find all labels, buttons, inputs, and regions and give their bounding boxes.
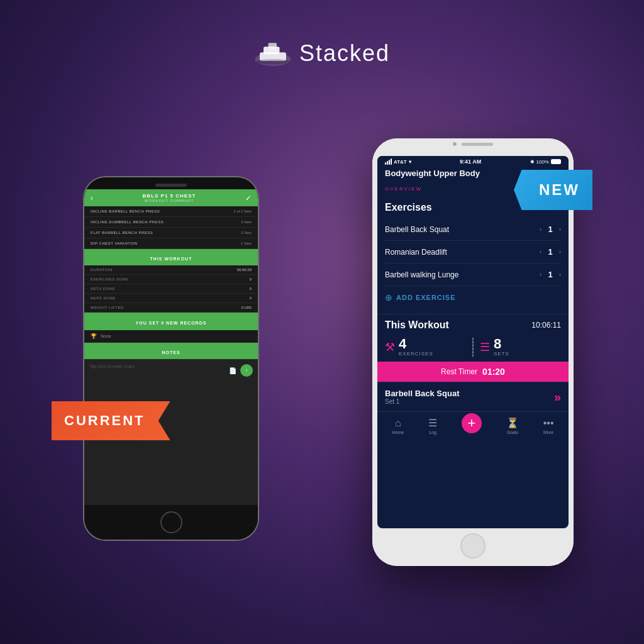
- this-workout-header: This Workout 10:06:11: [385, 319, 561, 331]
- tab-add-button[interactable]: +: [462, 413, 482, 433]
- old-exercise-name-2: INCLINE DUMBBELL BENCH PRESS: [91, 220, 164, 224]
- old-header-sub: WORKOUT SUMMARY: [93, 199, 245, 203]
- current-label: CURRENT: [52, 401, 170, 440]
- stepper-left-2[interactable]: ‹: [540, 248, 541, 255]
- workout-title: Bodyweight Upper Body: [385, 169, 480, 178]
- signal-bar-2: [387, 161, 388, 165]
- exercises-stat: ⚒ 4 EXERCISES: [385, 337, 466, 357]
- records-text: YOU SET 0 NEW RECORDS: [136, 321, 207, 325]
- status-time: 9:41 AM: [460, 158, 481, 165]
- old-header-title: BBLS P1 5 CHEST: [93, 193, 245, 199]
- old-exercise-name-4: DIP CHEST VARIATION: [91, 242, 137, 245]
- stepper-right-3[interactable]: ›: [559, 271, 561, 278]
- anvil-logo: [254, 38, 292, 69]
- new-home-button[interactable]: [460, 533, 486, 558]
- home-icon: ⌂: [395, 418, 401, 429]
- this-workout-header: THIS WORKOUT: [84, 249, 258, 265]
- exercise-stepper-1: ‹ 1 ›: [540, 225, 561, 234]
- trophy-text: None: [101, 334, 111, 338]
- this-workout-section: This Workout 10:06:11 ⚒ 4 EXERCISES: [377, 314, 569, 362]
- new-phone-notch: [372, 138, 574, 148]
- current-exercise-row[interactable]: Barbell Back Squat Set 1 »: [377, 382, 569, 411]
- rest-timer-label: Rest Timer: [441, 367, 477, 376]
- current-exercise-set: Set 1: [385, 398, 460, 405]
- sets-stat: ☰ 8 SETS: [480, 337, 561, 357]
- battery-percent: 100%: [536, 159, 549, 165]
- old-exercise-row-1[interactable]: INCLINE BARBELL BENCH PRESS 1 of 2 Sets: [84, 206, 258, 217]
- old-exercise-row-4[interactable]: DIP CHEST VARIATION 2 Sets: [84, 238, 258, 249]
- overview-label: OVERVIEW: [385, 186, 422, 192]
- home-label: Home: [392, 430, 404, 435]
- exercise-item-1[interactable]: Barbell Back Squat ‹ 1 ›: [385, 218, 561, 241]
- stepper-left-1[interactable]: ‹: [540, 226, 541, 233]
- rest-timer-bar[interactable]: Rest Timer 01:20: [377, 362, 569, 382]
- status-left: AT&T ▾: [385, 158, 411, 165]
- log-icon: ☰: [428, 417, 437, 429]
- signal-bar-3: [389, 160, 390, 165]
- sets-done-value: 0: [250, 287, 252, 291]
- add-exercise-label: ADD EXERCISE: [396, 294, 456, 301]
- this-workout-label: THIS WORKOUT: [150, 257, 192, 261]
- exercise-stepper-2: ‹ 1 ›: [540, 247, 561, 257]
- old-exercise-row-3[interactable]: FLAT BARBELL BENCH PRESS 3 Sets: [84, 228, 258, 238]
- current-exercise-info: Barbell Back Squat Set 1: [385, 389, 460, 405]
- old-phone-screen: ‹ BBLS P1 5 CHEST WORKOUT SUMMARY ✓ INCL…: [84, 189, 258, 505]
- weight-lifted-label: WEIGHT LIFTED: [91, 306, 124, 309]
- this-workout-time: 10:06:11: [531, 321, 561, 330]
- wifi-icon: ▾: [409, 159, 411, 165]
- weight-lifted-value: 0 LBS: [242, 306, 252, 309]
- stepper-right-1[interactable]: ›: [559, 226, 561, 233]
- old-stat-exercises: EXERCISES DONE 0: [84, 275, 258, 284]
- this-workout-title: This Workout: [385, 319, 449, 331]
- speaker-grille: [462, 143, 493, 146]
- duration-value: 00:00:28: [237, 268, 252, 272]
- exercises-stat-icon: ⚒: [385, 340, 395, 354]
- exercises-title: Exercises: [385, 202, 432, 213]
- trophy-row: 🏆 None: [84, 330, 258, 343]
- old-exercise-row-2[interactable]: INCLINE DUMBBELL BENCH PRESS 3 Sets: [84, 217, 258, 228]
- signal-bar-4: [391, 158, 392, 165]
- reps-done-label: REPS DONE: [91, 296, 116, 300]
- add-exercise-row[interactable]: ⊕ ADD EXERCISE: [385, 286, 561, 309]
- exercise-item-3[interactable]: Barbell walking Lunge ‹ 1 ›: [385, 264, 561, 286]
- sets-count: 8: [494, 337, 509, 351]
- trophy-icon: 🏆: [91, 333, 97, 339]
- forward-arrow-icon: »: [554, 390, 561, 404]
- old-stat-duration: DURATION 00:00:28: [84, 265, 258, 275]
- old-exercise-sets-3: 3 Sets: [241, 231, 252, 235]
- old-exercise-sets-1: 1 of 2 Sets: [233, 209, 252, 213]
- tab-goals[interactable]: ⏳ Goals: [506, 417, 519, 435]
- send-button[interactable]: ↑: [240, 364, 253, 377]
- more-label: More: [543, 430, 553, 435]
- old-exercise-name-1: INCLINE BARBELL BENCH PRESS: [91, 209, 160, 213]
- svg-point-4: [256, 59, 290, 65]
- tab-home[interactable]: ⌂ Home: [392, 418, 404, 435]
- check-icon[interactable]: ✓: [245, 194, 252, 203]
- exercise-name-2: Romanian Deadlift: [385, 248, 447, 257]
- bluetooth-icon: ✱: [530, 159, 535, 165]
- old-phone: ‹ BBLS P1 5 CHEST WORKOUT SUMMARY ✓ INCL…: [83, 176, 259, 541]
- old-home-button[interactable]: [160, 511, 182, 533]
- app-header: Stacked: [254, 38, 390, 69]
- stepper-right-2[interactable]: ›: [559, 248, 561, 255]
- notes-label: NOTES: [162, 350, 180, 355]
- stepper-left-3[interactable]: ‹: [540, 271, 541, 278]
- current-exercise-name: Barbell Back Squat: [385, 389, 460, 398]
- old-stat-reps: REPS DONE 0: [84, 294, 258, 303]
- app-title: Stacked: [299, 40, 390, 67]
- old-stats-list: DURATION 00:00:28 EXERCISES DONE 0 SETS …: [84, 265, 258, 313]
- exercise-item-2[interactable]: Romanian Deadlift ‹ 1 ›: [385, 241, 561, 264]
- old-exercise-name-3: FLAT BARBELL BENCH PRESS: [91, 231, 153, 235]
- exercises-section: Exercises SETS Barbell Back Squat ‹ 1 › …: [377, 197, 569, 314]
- workout-stats: ⚒ 4 EXERCISES ☰ 8 SETS: [385, 337, 561, 357]
- stepper-val-1: 1: [548, 225, 552, 234]
- goals-label: Goals: [507, 430, 518, 435]
- battery-icon: [551, 159, 561, 164]
- tab-more[interactable]: ••• More: [543, 418, 554, 435]
- rest-timer-value: 01:20: [482, 367, 505, 377]
- tab-log[interactable]: ☰ Log: [428, 417, 437, 435]
- log-label: Log: [429, 430, 436, 435]
- old-exercise-sets-2: 3 Sets: [241, 220, 252, 224]
- sets-done-label: SETS DONE: [91, 287, 115, 291]
- new-phone-bottom: [377, 528, 569, 561]
